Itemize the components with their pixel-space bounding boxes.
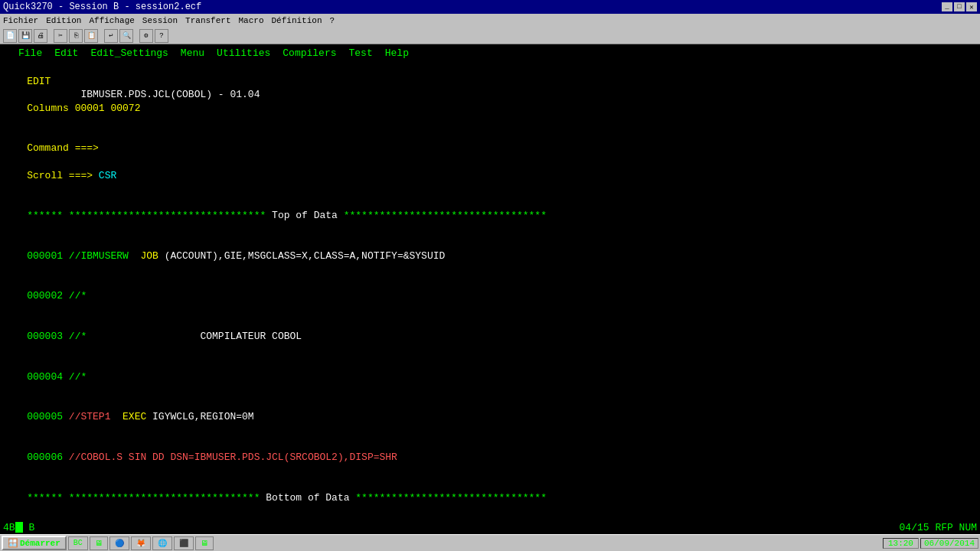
p1-filename: IBMUSER.PDS.JCL(COBOL) - 01.04 bbox=[27, 89, 379, 100]
p1-menu-editsettings[interactable]: Edit_Settings bbox=[84, 47, 174, 60]
p1-menu-compilers[interactable]: Compilers bbox=[276, 47, 342, 60]
tb-cut[interactable]: ✂ bbox=[54, 29, 67, 43]
minimize-button[interactable]: _ bbox=[942, 2, 952, 11]
tb-find[interactable]: 🔍 bbox=[119, 29, 133, 43]
tb-undo[interactable]: ↩ bbox=[104, 29, 118, 43]
p1-menu-utilities[interactable]: Utilities bbox=[211, 47, 276, 60]
num-indicator: NUM bbox=[959, 522, 977, 533]
p1-cmd-input[interactable] bbox=[27, 156, 421, 168]
p1-menu-file[interactable]: File bbox=[3, 47, 48, 60]
p1-cols: Columns 00001 00072 bbox=[27, 103, 140, 114]
taskbar-btn-ie[interactable]: 🌐 bbox=[152, 536, 172, 550]
p1-line-4: 000004 //* bbox=[3, 357, 977, 397]
p1-menu-help[interactable]: Help bbox=[379, 47, 415, 60]
win-menu-edition[interactable]: Edition bbox=[46, 16, 81, 25]
taskbar: 🪟 Démarrer BC 🖥 🔵 🦊 🌐 ⬛ 🖥 13:20 06/09/20… bbox=[0, 534, 980, 551]
start-label: Démarrer bbox=[20, 539, 60, 548]
taskbar-btn-1[interactable]: 🖥 bbox=[90, 536, 108, 550]
taskbar-btn-session[interactable]: 🖥 bbox=[195, 536, 214, 550]
p1-menu-edit[interactable]: Edit bbox=[48, 47, 84, 60]
title-text: Quick3270 - Session B - session2.ecf bbox=[3, 2, 201, 12]
win-menu-transfert[interactable]: Transfert bbox=[185, 16, 230, 25]
p1-line-5: 000005 //STEP1 EXEC IGYWCLG,REGION=0M bbox=[3, 397, 977, 438]
position-indicator: 04/15 bbox=[900, 522, 929, 533]
tb-copy[interactable]: ⎘ bbox=[69, 29, 83, 43]
p1-menu-test[interactable]: Test bbox=[343, 47, 379, 60]
rfp-indicator: RFP bbox=[935, 522, 952, 533]
taskbar-btn-bc[interactable]: BC bbox=[68, 536, 88, 550]
win-menu-fichier[interactable]: Fichier bbox=[3, 16, 38, 25]
win-menu-affichage[interactable]: Affichage bbox=[89, 16, 134, 25]
win-menu-help[interactable]: ? bbox=[330, 16, 335, 25]
b-indicator: B bbox=[29, 522, 35, 533]
tb-paste[interactable]: 📋 bbox=[84, 29, 98, 43]
mode-indicator: 4B bbox=[3, 522, 23, 533]
p1-line-6: 000006 //COBOL.S SIN DD DSN=IBMUSER.PDS.… bbox=[3, 438, 977, 478]
win-menu-session[interactable]: Session bbox=[142, 16, 178, 25]
p1-line-3: 000003 //* COMPILATEUR COBOL bbox=[3, 317, 977, 357]
taskbar-btn-cmd[interactable]: ⬛ bbox=[174, 536, 194, 550]
tb-print[interactable]: 🖨 bbox=[34, 29, 47, 43]
date: 06/09/2014 bbox=[920, 538, 978, 549]
mode-bar: 4B B 04/15 RFP NUM bbox=[0, 520, 980, 534]
toolbar: 📄 💾 🖨 ✂ ⎘ 📋 ↩ 🔍 ⚙ ? bbox=[0, 28, 980, 44]
win-menu-macro[interactable]: Macro bbox=[239, 16, 264, 25]
panel1-header: EDIT IBMUSER.PDS.JCL(COBOL) - 01.04 Colu… bbox=[3, 61, 977, 129]
mode-right: 04/15 RFP NUM bbox=[897, 522, 980, 533]
close-button[interactable]: ✕ bbox=[966, 2, 977, 11]
window-controls[interactable]: _ □ ✕ bbox=[942, 2, 977, 11]
p1-cmd-label: Command ===> bbox=[27, 142, 99, 154]
panel1-command: Command ===> Scroll ===> CSR bbox=[3, 129, 977, 196]
panel1-menubar: File Edit Edit_Settings Menu Utilities C… bbox=[3, 46, 977, 61]
start-icon: 🪟 bbox=[8, 538, 18, 548]
p1-line-stars-top: ****** *********************************… bbox=[3, 196, 977, 236]
tb-help[interactable]: ? bbox=[155, 29, 168, 43]
tb-settings[interactable]: ⚙ bbox=[139, 29, 153, 43]
p1-line-1: 000001 //IBMUSERW JOB (ACCOUNT),GIE,MSGC… bbox=[3, 236, 977, 276]
p1-scroll: Scroll ===> bbox=[27, 170, 99, 181]
p1-line-stars-bottom: ****** ******************************** … bbox=[3, 478, 977, 518]
tb-save[interactable]: 💾 bbox=[18, 29, 32, 43]
p1-line-2: 000002 //* bbox=[3, 276, 977, 317]
win-menubar: Fichier Edition Affichage Session Transf… bbox=[0, 14, 980, 28]
cursor bbox=[15, 522, 23, 533]
taskbar-btn-2[interactable]: 🔵 bbox=[109, 536, 129, 550]
tb-new[interactable]: 📄 bbox=[3, 29, 17, 43]
start-button[interactable]: 🪟 Démarrer bbox=[2, 536, 67, 550]
title-bar: Quick3270 - Session B - session2.ecf _ □… bbox=[0, 0, 980, 14]
taskbar-btn-firefox[interactable]: 🦊 bbox=[131, 536, 151, 550]
p1-edit-label: EDIT bbox=[27, 76, 51, 87]
p1-menu-menu[interactable]: Menu bbox=[175, 47, 211, 60]
win-menu-definition[interactable]: Définition bbox=[272, 16, 322, 25]
terminal: File Edit Edit_Settings Menu Utilities C… bbox=[0, 44, 980, 551]
clock: 13:20 bbox=[883, 538, 919, 549]
mode-left: 4B B bbox=[0, 522, 38, 533]
maximize-button[interactable]: □ bbox=[954, 2, 965, 11]
